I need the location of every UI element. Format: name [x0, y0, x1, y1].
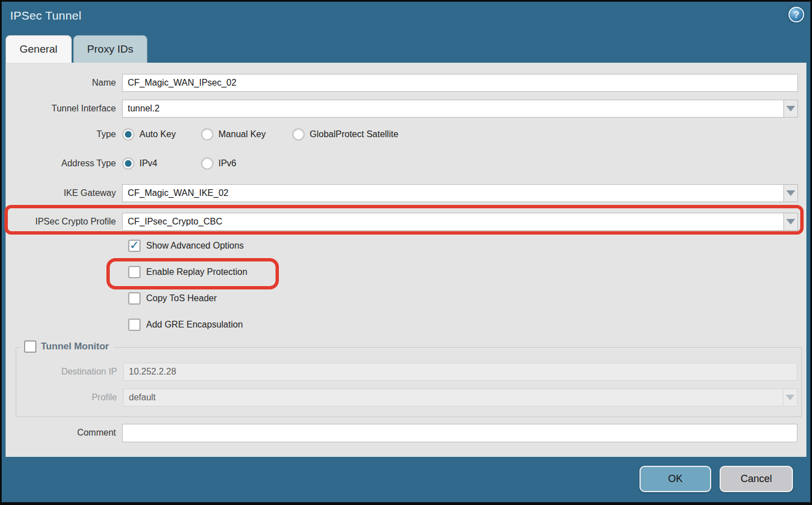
monitor-profile-input — [123, 389, 783, 406]
comment-label: Comment — [6, 428, 116, 438]
add-gre-encapsulation-label: Add GRE Encapsulation — [146, 320, 243, 330]
tunnel-monitor-fieldset: Tunnel Monitor Destination IP Profile — [16, 347, 802, 417]
ike-gateway-dropdown-button[interactable] — [783, 184, 798, 202]
destination-ip-label: Destination IP — [16, 367, 117, 377]
type-row: Type Auto Key Manual Key GlobalProtect S… — [6, 127, 398, 142]
show-advanced-options-checkbox[interactable] — [128, 240, 141, 252]
chevron-down-icon — [786, 219, 795, 225]
auto-key-label: Auto Key — [139, 129, 176, 139]
comment-row: Comment — [6, 424, 797, 442]
ok-button[interactable]: OK — [640, 466, 711, 492]
tunnel-monitor-checkbox[interactable] — [24, 340, 36, 353]
ipsec-crypto-profile-combo — [122, 213, 798, 231]
globalprotect-satellite-radio[interactable] — [292, 128, 305, 141]
tunnel-monitor-legend: Tunnel Monitor — [20, 340, 114, 353]
tab-general[interactable]: General — [6, 35, 72, 63]
ipsec-crypto-profile-row: IPSec Crypto Profile — [6, 213, 798, 231]
add-gre-encapsulation-checkbox[interactable] — [128, 319, 141, 331]
chevron-down-icon — [786, 106, 795, 111]
dialog-title: IPSec Tunnel — [10, 9, 81, 22]
monitor-profile-dropdown-button — [783, 389, 797, 406]
monitor-profile-label: Profile — [16, 392, 117, 403]
ipsec-crypto-profile-label: IPSec Crypto Profile — [6, 217, 116, 227]
chevron-down-icon — [786, 190, 795, 196]
comment-input[interactable] — [122, 424, 797, 442]
tunnel-interface-row: Tunnel Interface — [6, 100, 798, 118]
ipv6-radio[interactable] — [201, 157, 213, 170]
destination-ip-row: Destination IP — [16, 363, 797, 381]
manual-key-radio[interactable] — [201, 128, 213, 141]
address-type-radio-group: IPv4 IPv6 — [122, 157, 236, 170]
copy-tos-header-row: Copy ToS Header — [128, 292, 217, 305]
name-input[interactable] — [122, 74, 798, 92]
enable-replay-protection-row: Enable Replay Protection — [128, 265, 248, 279]
globalprotect-satellite-label: GlobalProtect Satellite — [310, 129, 398, 139]
ipv6-label: IPv6 — [218, 158, 236, 169]
monitor-profile-combo — [123, 389, 797, 406]
destination-ip-input — [123, 363, 797, 381]
tunnel-interface-combo — [122, 100, 798, 118]
auto-key-radio[interactable] — [122, 128, 134, 141]
type-label: Type — [6, 129, 116, 139]
general-tab-panel: Name Tunnel Interface Type Auto Key — [6, 63, 806, 457]
ipsec-crypto-profile-dropdown-button[interactable] — [783, 213, 798, 231]
ipv4-label: IPv4 — [139, 158, 157, 169]
add-gre-encapsulation-row: Add GRE Encapsulation — [128, 318, 243, 331]
ipv4-radio[interactable] — [122, 157, 134, 170]
tab-bar: General Proxy IDs — [6, 35, 147, 63]
enable-replay-protection-checkbox[interactable] — [128, 266, 141, 278]
ike-gateway-label: IKE Gateway — [6, 188, 116, 198]
show-advanced-options-label: Show Advanced Options — [146, 241, 244, 251]
ipsec-crypto-profile-input[interactable] — [122, 213, 783, 231]
ike-gateway-combo — [122, 184, 798, 202]
copy-tos-header-label: Copy ToS Header — [146, 293, 217, 303]
help-question-glyph: ? — [794, 10, 799, 20]
show-advanced-options-row: Show Advanced Options — [128, 239, 244, 252]
tunnel-monitor-label: Tunnel Monitor — [41, 341, 109, 352]
address-type-label: Address Type — [6, 158, 116, 169]
tunnel-interface-label: Tunnel Interface — [6, 104, 116, 114]
ipsec-tunnel-dialog: IPSec Tunnel ? General Proxy IDs Name Tu… — [2, 2, 810, 502]
manual-key-label: Manual Key — [218, 129, 266, 139]
monitor-profile-row: Profile — [16, 389, 797, 406]
ike-gateway-input[interactable] — [122, 184, 783, 202]
type-radio-group: Auto Key Manual Key GlobalProtect Satell… — [122, 128, 398, 141]
copy-tos-header-checkbox[interactable] — [128, 292, 141, 305]
help-icon[interactable]: ? — [788, 7, 804, 22]
tab-proxy-ids[interactable]: Proxy IDs — [73, 35, 147, 63]
ike-gateway-row: IKE Gateway — [6, 184, 798, 202]
name-label: Name — [6, 78, 116, 88]
cancel-button[interactable]: Cancel — [720, 466, 793, 492]
chevron-down-icon — [786, 395, 795, 400]
tunnel-interface-input[interactable] — [122, 100, 783, 118]
name-row: Name — [6, 74, 798, 92]
tunnel-interface-dropdown-button[interactable] — [783, 100, 798, 118]
enable-replay-protection-label: Enable Replay Protection — [146, 267, 248, 277]
address-type-row: Address Type IPv4 IPv6 — [6, 156, 236, 171]
